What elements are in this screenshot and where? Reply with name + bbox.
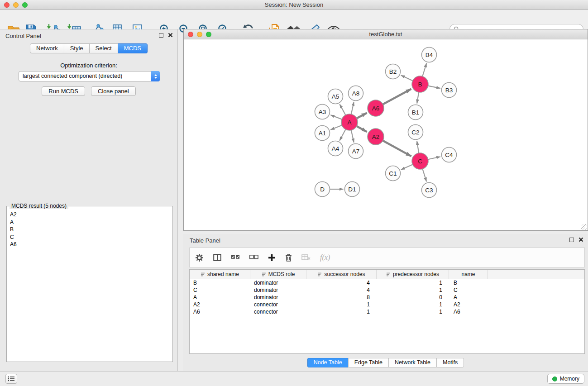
- run-mcds-button[interactable]: Run MCDS: [42, 86, 85, 96]
- network-nodes[interactable]: AA1A2A3A4A5A6A7A8BB1B2B3B4CC1C2C3C4DD1: [315, 48, 457, 198]
- svg-text:A2: A2: [372, 133, 380, 140]
- network-node[interactable]: A8: [349, 86, 363, 101]
- svg-text:A1: A1: [319, 130, 326, 137]
- network-edge[interactable]: [383, 141, 411, 157]
- network-edge[interactable]: [357, 113, 367, 118]
- network-node[interactable]: A5: [328, 89, 343, 104]
- minimize-window-icon[interactable]: [13, 2, 19, 8]
- network-node[interactable]: A3: [315, 105, 330, 119]
- close-panel-button[interactable]: Close panel: [91, 86, 136, 96]
- network-node[interactable]: A4: [328, 141, 343, 156]
- network-edge[interactable]: [330, 115, 342, 119]
- table-row[interactable]: A6 connector 1 1 A6: [190, 308, 584, 315]
- network-edge[interactable]: [330, 125, 342, 130]
- network-node[interactable]: A7: [349, 144, 363, 159]
- list-item[interactable]: A6: [10, 241, 172, 248]
- tab-network-table[interactable]: Network Table: [388, 358, 437, 367]
- column-header[interactable]: predecessor nodes: [377, 270, 449, 279]
- network-node[interactable]: B3: [442, 83, 457, 98]
- optimization-criterion-dropdown[interactable]: largest connected component (directed): [19, 71, 160, 81]
- settings-gear-icon[interactable]: [195, 253, 204, 262]
- mcds-result-list[interactable]: A2 A B C A6: [7, 206, 172, 248]
- column-visibility-icon[interactable]: [213, 254, 221, 261]
- mcds-node[interactable]: A: [341, 114, 358, 130]
- zoom-window-icon[interactable]: [22, 2, 28, 8]
- network-node[interactable]: D: [315, 182, 330, 197]
- task-history-button[interactable]: [5, 374, 17, 384]
- tab-motifs[interactable]: Motifs: [436, 358, 464, 367]
- network-node[interactable]: B2: [386, 64, 401, 79]
- network-node[interactable]: C3: [422, 183, 437, 198]
- tab-edge-table[interactable]: Edge Table: [348, 358, 389, 367]
- control-panel: Control Panel Network Style Select MCDS …: [0, 29, 178, 371]
- list-item[interactable]: B: [10, 226, 172, 234]
- sort-icon: [262, 272, 266, 276]
- mcds-node[interactable]: C: [412, 153, 428, 169]
- zoom-network-icon[interactable]: [206, 32, 211, 37]
- dropdown-value: largest connected component (directed): [23, 73, 122, 79]
- column-header[interactable]: shared name: [190, 270, 250, 279]
- mcds-node[interactable]: A6: [368, 100, 384, 116]
- svg-text:A8: A8: [352, 90, 360, 97]
- table-row[interactable]: A dominator 8 0 A: [190, 294, 584, 301]
- node-table[interactable]: shared name MCDS role successor nodes pr…: [189, 269, 585, 354]
- network-node[interactable]: C4: [442, 148, 457, 162]
- column-header[interactable]: successor nodes: [306, 270, 377, 279]
- network-edge[interactable]: [339, 104, 345, 115]
- column-header[interactable]: name: [449, 270, 488, 279]
- tab-node-table[interactable]: Node Table: [307, 358, 349, 367]
- svg-text:C2: C2: [411, 129, 419, 136]
- network-node[interactable]: C2: [408, 125, 423, 140]
- deselect-all-icon[interactable]: [249, 255, 258, 260]
- network-node[interactable]: B4: [422, 48, 437, 62]
- network-edge[interactable]: [401, 75, 413, 81]
- table-row[interactable]: C dominator 4 1 C: [190, 286, 584, 294]
- list-item[interactable]: C: [10, 234, 172, 241]
- tab-select[interactable]: Select: [90, 43, 118, 53]
- tab-network[interactable]: Network: [30, 43, 64, 53]
- network-edge[interactable]: [422, 169, 426, 181]
- close-table-panel-icon[interactable]: [578, 237, 583, 242]
- memory-button[interactable]: Memory: [547, 374, 584, 384]
- delete-table-icon[interactable]: [301, 254, 311, 261]
- table-row[interactable]: A2 connector 1 1 A2: [190, 301, 584, 308]
- svg-text:A7: A7: [352, 148, 360, 155]
- network-edge[interactable]: [401, 164, 413, 170]
- network-edge[interactable]: [351, 102, 354, 114]
- function-builder-icon[interactable]: f(x): [320, 253, 330, 262]
- float-panel-icon[interactable]: [159, 33, 163, 38]
- close-window-icon[interactable]: [4, 2, 10, 8]
- status-bar: Memory: [0, 371, 588, 386]
- network-edge[interactable]: [357, 126, 367, 132]
- tab-mcds[interactable]: MCDS: [118, 43, 148, 53]
- add-row-icon[interactable]: [268, 254, 276, 262]
- network-canvas[interactable]: AA1A2A3A4A5A6A7A8BB1B2B3B4CC1C2C3C4DD1: [184, 39, 588, 230]
- network-node[interactable]: B1: [408, 105, 423, 120]
- tab-style[interactable]: Style: [64, 43, 90, 53]
- svg-text:C4: C4: [445, 152, 453, 158]
- network-node[interactable]: A1: [315, 126, 330, 141]
- network-node[interactable]: D1: [345, 182, 360, 197]
- list-item[interactable]: A2: [10, 211, 172, 219]
- float-table-panel-icon[interactable]: [569, 238, 574, 242]
- select-all-icon[interactable]: [231, 255, 240, 260]
- close-panel-icon[interactable]: [168, 33, 173, 38]
- network-edge[interactable]: [428, 86, 440, 89]
- close-network-icon[interactable]: [188, 32, 193, 37]
- column-header[interactable]: MCDS role: [250, 270, 306, 279]
- mcds-node[interactable]: B: [412, 76, 428, 92]
- network-edge[interactable]: [417, 141, 419, 153]
- delete-row-icon[interactable]: [285, 253, 292, 262]
- minimize-network-icon[interactable]: [197, 32, 202, 37]
- network-edge[interactable]: [417, 92, 419, 104]
- network-edge[interactable]: [351, 130, 354, 143]
- network-edge[interactable]: [383, 89, 411, 105]
- window-resize-grip[interactable]: [581, 224, 587, 230]
- table-row[interactable]: B dominator 4 1 B: [190, 279, 584, 286]
- list-item[interactable]: A: [10, 219, 172, 226]
- network-node[interactable]: C1: [386, 166, 401, 181]
- mcds-node[interactable]: A2: [368, 129, 384, 145]
- network-edge[interactable]: [339, 129, 345, 141]
- network-edge[interactable]: [422, 63, 426, 76]
- network-edge[interactable]: [428, 157, 440, 159]
